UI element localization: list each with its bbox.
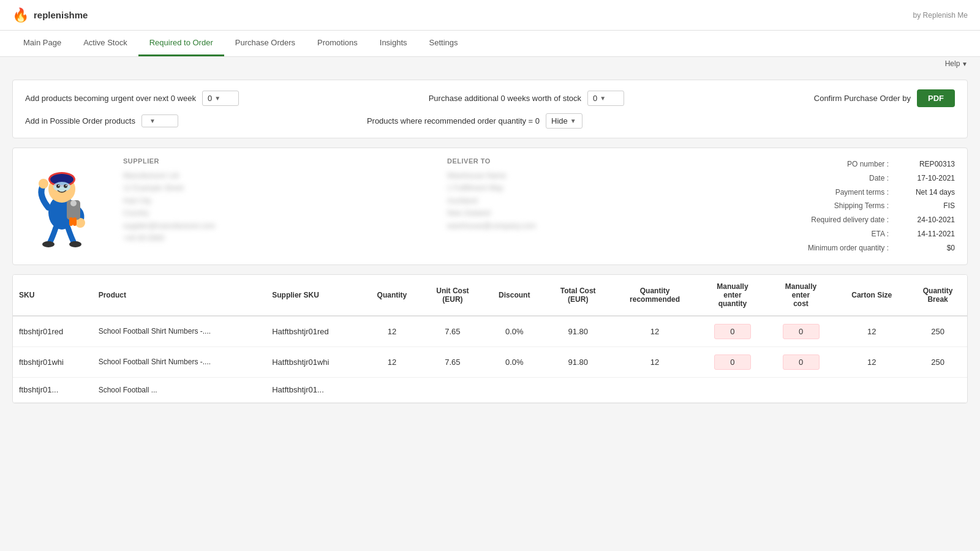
mascot [25, 157, 99, 243]
supplier-label: SUPPLIER [123, 157, 435, 165]
cell-total-cost: 91.80 [545, 347, 611, 377]
po-area: SUPPLIER Manufacturer Ltd 12 Example Str… [12, 148, 968, 265]
manually-enter-cost-input[interactable] [783, 354, 820, 370]
manually-enter-qty-input[interactable] [714, 354, 751, 370]
nav-item-purchase-orders[interactable]: Purchase Orders [224, 31, 306, 56]
col-discount: Discount [484, 275, 545, 316]
svg-point-16 [70, 200, 77, 206]
po-delivery-value: 24-10-2021 [894, 213, 955, 227]
cell-unit-cost: 7.65 [421, 316, 484, 347]
svg-rect-14 [69, 217, 73, 226]
purchase-weeks-control-group: Purchase additional 0 weeks worth of sto… [429, 91, 624, 106]
po-eta-value: 14-11-2021 [894, 227, 955, 241]
po-moq-label: Minimum order quantity : [808, 241, 889, 255]
col-manually-enter-cost: Manuallyentercost [767, 275, 835, 316]
urgent-select[interactable]: 0 ▼ [202, 91, 239, 106]
nav-item-active-stock[interactable]: Active Stock [72, 31, 138, 56]
cell-discount: 0.0% [484, 347, 545, 377]
deliver-info: Warehouse Name 1 Fulfillment Way Aucklan… [447, 170, 759, 232]
deliver-line-2: 1 Fulfillment Way [447, 182, 759, 194]
deliver-section: DELIVER TO Warehouse Name 1 Fulfillment … [447, 157, 759, 255]
pdf-button[interactable]: PDF [917, 89, 955, 107]
col-unit-cost: Unit Cost(EUR) [421, 275, 484, 316]
nav-bar: Main Page Active Stock Required to Order… [0, 31, 980, 57]
po-moq-row: Minimum order quantity : $0 [771, 241, 955, 255]
cell-manually-enter-qty[interactable] [698, 377, 767, 403]
manually-enter-cost-input[interactable] [783, 324, 820, 339]
col-product: Product [92, 275, 266, 316]
supplier-country: Country [123, 207, 435, 219]
svg-point-9 [39, 179, 48, 189]
supplier-line-1: Manufacturer Ltd [123, 170, 435, 182]
cell-product: School Football Shirt Numbers -.... [92, 316, 266, 347]
cell-manually-enter-cost[interactable] [767, 347, 835, 377]
po-shipping-value: FIS [894, 199, 955, 213]
top-bar: 🔥 replenishme by Replenish Me [0, 0, 980, 31]
supplier-phone: +44 00 0000 [123, 232, 435, 244]
col-quantity: Quantity [363, 275, 421, 316]
help-link[interactable]: Help [945, 59, 968, 68]
zero-qty-arrow-icon: ▼ [570, 118, 576, 124]
purchase-weeks-arrow-icon: ▼ [600, 95, 606, 102]
manually-enter-qty-input[interactable] [714, 324, 751, 339]
deliver-line-3: Auckland [447, 195, 759, 207]
purchase-weeks-select[interactable]: 0 ▼ [587, 91, 624, 106]
col-supplier-sku: Supplier SKU [266, 275, 363, 316]
cell-product: School Football ... [92, 377, 266, 403]
po-details: PO number : REP00313 Date : 17-10-2021 P… [771, 157, 955, 255]
nav-item-insights[interactable]: Insights [369, 31, 418, 56]
cell-supplier-sku: Hatftbshtjr01whi [266, 347, 363, 377]
cell-manually-enter-qty[interactable] [698, 316, 767, 347]
zero-qty-group: Products where recommended order quantit… [367, 113, 582, 129]
cell-carton-size [835, 377, 908, 403]
svg-point-4 [53, 182, 70, 192]
nav-item-settings[interactable]: Settings [418, 31, 469, 56]
urgent-control-group: Add products becoming urgent over next 0… [25, 91, 239, 106]
logo-area: 🔥 replenishme [12, 7, 88, 23]
possible-order-label: Add in Possible Order products [25, 116, 135, 126]
cell-quantity: 12 [363, 347, 421, 377]
deliver-email: warehouse@company.com [447, 220, 759, 232]
zero-qty-label: Products where recommended order quantit… [367, 116, 540, 126]
nav-item-main-page[interactable]: Main Page [12, 31, 72, 56]
nav-item-promotions[interactable]: Promotions [306, 31, 369, 56]
app-name: replenishme [34, 10, 88, 20]
table-row: ftbshtjr01whi School Football Shirt Numb… [13, 347, 967, 377]
cell-manually-enter-cost[interactable] [767, 316, 835, 347]
cell-qty-break: 250 [908, 316, 967, 347]
cell-qty-break [908, 377, 967, 403]
po-eta-row: ETA : 14-11-2021 [771, 227, 955, 241]
col-manually-enter-qty: Manuallyenterquantity [698, 275, 767, 316]
cell-qty-recommended: 12 [611, 316, 698, 347]
supplier-city: Hub City [123, 195, 435, 207]
col-qty-recommended: Quantityrecommended [611, 275, 698, 316]
by-text: by Replenish Me [913, 11, 968, 20]
cell-discount: 0.0% [484, 316, 545, 347]
svg-point-6 [64, 184, 67, 188]
svg-point-5 [56, 184, 60, 188]
svg-rect-15 [73, 217, 77, 226]
nav-item-required-to-order[interactable]: Required to Order [138, 31, 224, 56]
possible-order-select[interactable]: ▼ [141, 114, 178, 127]
po-payment-value: Net 14 days [894, 186, 955, 200]
po-payment-row: Payment terms : Net 14 days [771, 186, 955, 200]
cell-quantity: 12 [363, 316, 421, 347]
cell-unit-cost [421, 377, 484, 403]
cell-product: School Football Shirt Numbers -.... [92, 347, 266, 377]
cell-total-cost: 91.80 [545, 316, 611, 347]
cell-qty-recommended: 12 [611, 347, 698, 377]
col-qty-break: QuantityBreak [908, 275, 967, 316]
table-row: ftbshtjr01red School Football Shirt Numb… [13, 316, 967, 347]
confirm-po-label: Confirm Purchase Order by [814, 94, 911, 103]
cell-total-cost [545, 377, 611, 403]
svg-point-12 [69, 241, 81, 247]
cell-carton-size: 12 [835, 316, 908, 347]
urgent-label: Add products becoming urgent over next 0… [25, 94, 196, 103]
zero-qty-select[interactable]: Hide ▼ [546, 113, 582, 129]
controls-card: Add products becoming urgent over next 0… [12, 80, 968, 138]
cell-manually-enter-qty[interactable] [698, 347, 767, 377]
cell-manually-enter-cost[interactable] [767, 377, 835, 403]
supplier-section: SUPPLIER Manufacturer Ltd 12 Example Str… [123, 157, 435, 255]
main-content: Add products becoming urgent over next 0… [0, 70, 980, 413]
cell-sku: ftbshtjr01red [13, 316, 92, 347]
